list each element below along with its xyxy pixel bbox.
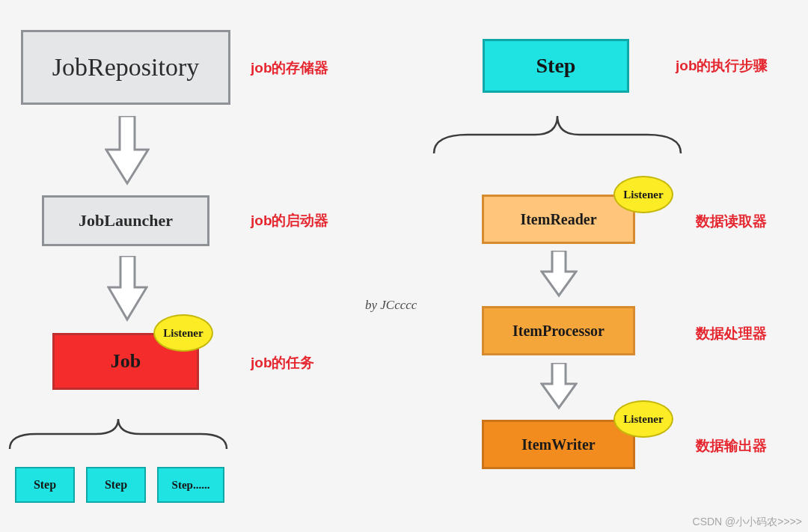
author-text: by JCcccc <box>365 298 417 313</box>
caption-item-writer: 数据输出器 <box>696 436 767 456</box>
caption-item-reader: 数据读取器 <box>696 212 767 231</box>
caption-job-launcher: job的启动器 <box>251 211 329 230</box>
listener-badge-writer: Listener <box>613 400 673 438</box>
step-small-2: Step <box>86 467 146 503</box>
brace-icon <box>6 415 230 456</box>
watermark-text: CSDN @小小码农>>>> <box>693 516 802 529</box>
step-small-3: Step...... <box>157 467 224 503</box>
arrow-down-icon <box>107 256 148 323</box>
caption-step-main: job的执行步骤 <box>676 56 768 76</box>
step-small-1: Step <box>15 467 75 503</box>
brace-icon <box>430 112 685 165</box>
arrow-down-icon <box>540 251 578 299</box>
arrow-down-icon <box>105 116 150 187</box>
item-reader-box: ItemReader <box>482 195 635 244</box>
caption-job: job的任务 <box>251 353 315 373</box>
job-launcher-box: JobLauncher <box>42 195 209 246</box>
listener-badge-reader: Listener <box>613 176 673 213</box>
caption-job-repository: job的存储器 <box>251 58 329 78</box>
listener-badge-job: Listener <box>153 314 213 352</box>
job-repository-box: JobRepository <box>21 30 230 105</box>
step-main-box: Step <box>483 39 629 93</box>
item-writer-box: ItemWriter <box>482 420 635 469</box>
arrow-down-icon <box>540 363 578 412</box>
caption-item-processor: 数据处理器 <box>696 324 767 343</box>
item-processor-box: ItemProcessor <box>482 306 635 355</box>
